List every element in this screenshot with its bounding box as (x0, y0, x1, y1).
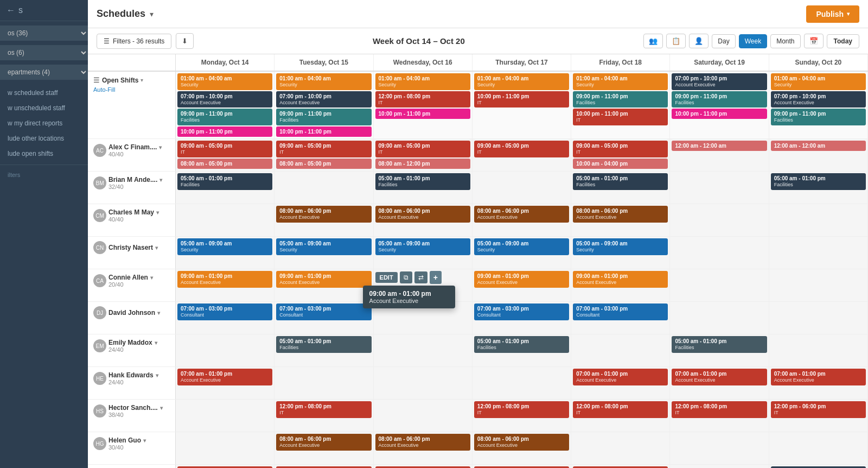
shift-block-alex-c-day1-1[interactable]: 08:00 am - 05:00 pm (276, 159, 371, 169)
cell-helen-g-day4[interactable] (571, 432, 670, 464)
cell-helen-g-day3[interactable]: 08:00 am - 06:00 pm Account Executive (473, 432, 571, 464)
cell-connie-a-day2[interactable]: EDIT ⧉ ⇄ + 09:00 am - 01:00 pm Account E… (374, 269, 473, 301)
expand-icon-hank-e[interactable]: ▾ (156, 372, 158, 378)
cell-christy-n-day3[interactable]: 05:00 am - 09:00 am Security (473, 237, 571, 269)
shift-block-hank-e-day5-0[interactable]: 07:00 am - 01:00 pm Account Executive (672, 369, 767, 385)
shift-block-hector-s-day1-0[interactable]: 12:00 pm - 08:00 pm IT (276, 401, 371, 418)
auto-fill-link[interactable]: Auto-Fill (93, 86, 170, 93)
location-filter-select[interactable]: os (36) (0, 26, 88, 41)
cell-david-j-day5[interactable] (670, 302, 769, 334)
cell-alex-c-day6[interactable]: 12:00 am - 12:00 am (769, 139, 868, 171)
cell-emily-m-day5[interactable]: 05:00 am - 01:00 pm Facilities (670, 334, 769, 366)
shift-block-open-shifts-day5-2[interactable]: 10:00 pm - 11:00 pm (672, 109, 767, 119)
cell-david-j-day0[interactable]: 07:00 am - 03:00 pm Consultant (176, 302, 275, 334)
shift-block-alex-c-day0-0[interactable]: 09:00 am - 05:00 pm IT (177, 141, 272, 157)
cell-alex-c-day4[interactable]: 09:00 am - 05:00 pm IT 10:00 am - 04:00 … (571, 139, 670, 171)
cell-connie-a-day6[interactable] (769, 269, 868, 301)
shift-block-charles-m-day2-0[interactable]: 08:00 am - 06:00 pm Account Executive (375, 206, 470, 223)
shift-block-open-shifts-day4-0[interactable]: 01:00 am - 04:00 am Security (573, 73, 668, 90)
filter-button[interactable]: ☰ Filters - 36 results (97, 34, 171, 49)
cell-hope-m-day4[interactable]: 09:00 am - 01:00 pm IT (571, 465, 670, 468)
cell-emily-m-day1[interactable]: 05:00 am - 01:00 pm Facilities (275, 334, 373, 366)
cell-open-shifts-day1[interactable]: 01:00 am - 04:00 am Security 07:00 pm - … (275, 72, 373, 138)
shift-block-open-shifts-day6-0[interactable]: 01:00 am - 04:00 am Security (771, 73, 866, 90)
expand-icon-emily-m[interactable]: ▾ (155, 340, 157, 346)
shift-block-connie-a-day4-0[interactable]: 09:00 am - 01:00 pm Account Executive (573, 271, 668, 288)
cell-brian-m-day3[interactable] (473, 172, 571, 204)
edit-shift-button[interactable]: EDIT (375, 272, 398, 283)
shift-block-brian-m-day4-0[interactable]: 05:00 am - 01:00 pm Facilities (573, 173, 668, 190)
cell-connie-a-day5[interactable] (670, 269, 769, 301)
shift-block-open-shifts-day4-2[interactable]: 10:00 pm - 11:00 pm IT (573, 109, 668, 125)
expand-icon-hector-s[interactable]: ▾ (160, 405, 163, 411)
cell-christy-n-day6[interactable] (769, 237, 868, 269)
shift-block-christy-n-day4-0[interactable]: 05:00 am - 09:00 am Security (573, 238, 668, 255)
cell-alex-c-day2[interactable]: 09:00 am - 05:00 pm IT 08:00 am - 12:00 … (374, 139, 473, 171)
cell-helen-g-day5[interactable] (670, 432, 769, 464)
cell-alex-c-day3[interactable]: 09:00 am - 05:00 pm IT (473, 139, 571, 171)
shift-block-hector-s-day5-0[interactable]: 12:00 pm - 08:00 pm IT (672, 401, 767, 418)
shift-block-open-shifts-day1-0[interactable]: 01:00 am - 04:00 am Security (276, 73, 371, 90)
shift-block-brian-m-day0-0[interactable]: 05:00 am - 01:00 pm Facilities (177, 173, 272, 190)
cell-hope-m-day1[interactable]: 09:00 am - 01:00 pm IT (275, 465, 373, 468)
job-filter-select[interactable]: os (6) (0, 45, 88, 60)
cell-christy-n-day1[interactable]: 05:00 am - 09:00 am Security (275, 237, 373, 269)
shift-block-david-j-day1-0[interactable]: 07:00 am - 03:00 pm Consultant (276, 303, 371, 320)
cell-hector-s-day1[interactable]: 12:00 pm - 08:00 pm IT (275, 400, 373, 432)
sidebar-item-other-locations[interactable]: lude other locations (0, 131, 88, 146)
shift-block-emily-m-day5-0[interactable]: 05:00 am - 01:00 pm Facilities (672, 336, 767, 353)
today-button[interactable]: Today (827, 34, 859, 48)
publish-button[interactable]: Publish ▾ (806, 5, 859, 23)
cell-emily-m-day2[interactable] (374, 334, 473, 366)
day-view-button[interactable]: Day (712, 34, 735, 48)
shift-block-brian-m-day2-0[interactable]: 05:00 am - 01:00 pm Facilities (375, 173, 470, 190)
shift-block-hank-e-day0-0[interactable]: 07:00 am - 01:00 pm Account Executive (177, 369, 272, 385)
cell-david-j-day6[interactable] (769, 302, 868, 334)
cell-david-j-day4[interactable]: 07:00 am - 03:00 pm Consultant (571, 302, 670, 334)
shift-block-open-shifts-day0-1[interactable]: 07:00 pm - 10:00 pm Account Executive (177, 91, 272, 108)
department-filter-select[interactable]: epartments (4) (0, 65, 88, 80)
cell-charles-m-day1[interactable]: 08:00 am - 06:00 pm Account Executive (275, 204, 373, 236)
sidebar-item-open-shifts[interactable]: lude open shifts (0, 146, 88, 161)
shift-block-alex-c-day2-1[interactable]: 08:00 am - 12:00 pm (375, 159, 470, 169)
shift-block-open-shifts-day0-3[interactable]: 10:00 pm - 11:00 pm (177, 127, 272, 137)
shift-block-emily-m-day1-0[interactable]: 05:00 am - 01:00 pm Facilities (276, 336, 371, 353)
shift-block-connie-a-day1-0[interactable]: 09:00 am - 01:00 pm Account Executive (276, 271, 371, 288)
shift-block-christy-n-day0-0[interactable]: 05:00 am - 09:00 am Security (177, 238, 272, 255)
shift-block-open-shifts-day0-2[interactable]: 09:00 pm - 11:00 pm Facilities (177, 109, 272, 125)
cell-open-shifts-day0[interactable]: 01:00 am - 04:00 am Security 07:00 pm - … (176, 72, 275, 138)
shift-block-open-shifts-day3-1[interactable]: 10:00 pm - 11:00 pm IT (474, 91, 569, 108)
cell-alex-c-day5[interactable]: 12:00 am - 12:00 am (670, 139, 769, 171)
cell-emily-m-day0[interactable] (176, 334, 275, 366)
week-view-button[interactable]: Week (739, 34, 767, 48)
person-view-icon-button[interactable]: 👤 (689, 34, 709, 48)
cell-open-shifts-day2[interactable]: 01:00 am - 04:00 am Security 12:00 pm - … (374, 72, 473, 138)
cell-hank-e-day1[interactable] (275, 367, 373, 399)
cell-brian-m-day1[interactable] (275, 172, 373, 204)
cell-hank-e-day3[interactable] (473, 367, 571, 399)
cell-charles-m-day0[interactable] (176, 204, 275, 236)
cell-christy-n-day5[interactable] (670, 237, 769, 269)
cell-helen-g-day1[interactable]: 08:00 am - 06:00 pm Account Executive (275, 432, 373, 464)
shift-block-christy-n-day3-0[interactable]: 05:00 am - 09:00 am Security (474, 238, 569, 255)
cell-hector-s-day3[interactable]: 12:00 pm - 08:00 pm IT (473, 400, 571, 432)
copy-shift-button[interactable]: ⧉ (400, 271, 412, 283)
cell-open-shifts-day5[interactable]: 07:00 pm - 10:00 pm Account Executive 09… (670, 72, 769, 138)
shift-block-connie-a-day0-0[interactable]: 09:00 am - 01:00 pm Account Executive (177, 271, 272, 288)
shift-block-open-shifts-day2-1[interactable]: 12:00 pm - 08:00 pm IT (375, 91, 470, 108)
shift-block-open-shifts-day1-2[interactable]: 09:00 pm - 11:00 pm Facilities (276, 109, 371, 125)
cell-hector-s-day5[interactable]: 12:00 pm - 08:00 pm IT (670, 400, 769, 432)
shift-block-open-shifts-day0-0[interactable]: 01:00 am - 04:00 am Security (177, 73, 272, 90)
cell-hope-m-day5[interactable] (670, 465, 769, 468)
cell-emily-m-day3[interactable]: 05:00 am - 01:00 pm Facilities (473, 334, 571, 366)
shift-block-hector-s-day4-0[interactable]: 12:00 pm - 08:00 pm IT (573, 401, 668, 418)
sidebar-item-scheduled[interactable]: w scheduled staff (0, 85, 88, 100)
cell-open-shifts-day3[interactable]: 01:00 am - 04:00 am Security 10:00 pm - … (473, 72, 571, 138)
cell-alex-c-day1[interactable]: 09:00 am - 05:00 pm IT 08:00 am - 05:00 … (275, 139, 373, 171)
cell-alex-c-day0[interactable]: 09:00 am - 05:00 pm IT 08:00 am - 05:00 … (176, 139, 275, 171)
shift-block-david-j-day4-0[interactable]: 07:00 am - 03:00 pm Consultant (573, 303, 668, 320)
cell-helen-g-day2[interactable]: 08:00 am - 06:00 pm Account Executive (374, 432, 473, 464)
cell-brian-m-day5[interactable] (670, 172, 769, 204)
shift-block-alex-c-day4-0[interactable]: 09:00 am - 05:00 pm IT (573, 141, 668, 157)
cell-charles-m-day5[interactable] (670, 204, 769, 236)
